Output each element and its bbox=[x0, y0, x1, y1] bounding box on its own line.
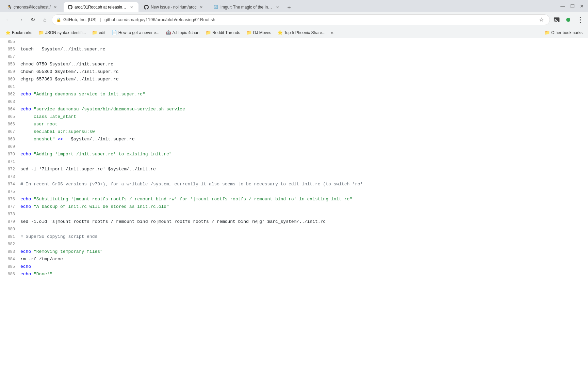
bookmark-other[interactable]: 📁 Other bookmarks bbox=[542, 29, 585, 36]
close-button[interactable]: ✕ bbox=[578, 3, 585, 10]
line-number: 882 bbox=[0, 241, 20, 248]
line-content: touch $system/../init.super.rc bbox=[20, 46, 588, 53]
line-content: # In recent CrOS versions (v70+), for a … bbox=[20, 181, 588, 188]
tab-aroc[interactable]: aroc/01Root.sh at releasing · sm ✕ bbox=[64, 2, 138, 12]
bookmarks-label-text: Bookmarks bbox=[12, 30, 32, 35]
line-number: 877 bbox=[0, 203, 20, 211]
line-number: 870 bbox=[0, 151, 20, 158]
folder-icon-6: 📁 bbox=[246, 30, 252, 35]
line-number: 885 bbox=[0, 263, 20, 271]
table-row: 858chmod 0750 $system/../init.super.rc bbox=[0, 61, 588, 68]
code-token: touch $system/../init.super.rc bbox=[20, 47, 105, 52]
bookmark-ai-4chan[interactable]: 🤖 A.I topic 4chan bbox=[163, 29, 202, 36]
bookmarks-bar: ⭐ Bookmarks 📁 JSON-syntax-identifi... 📁 … bbox=[0, 27, 588, 38]
tab-imgur[interactable]: 🖼 Imgur: The magic of the Internet ✕ bbox=[210, 2, 284, 12]
line-number: 858 bbox=[0, 61, 20, 68]
minimize-button[interactable]: — bbox=[559, 3, 566, 10]
line-content: chmod 0750 $system/../init.super.rc bbox=[20, 61, 588, 68]
table-row: 868 oneshot" >> $system/../init.super.rc bbox=[0, 136, 588, 143]
bookmarks-star-icon: ⭐ bbox=[5, 30, 11, 35]
code-token: "Removing temporary files" bbox=[31, 249, 103, 254]
tab-close-1[interactable]: ✕ bbox=[53, 4, 58, 10]
cast-button[interactable] bbox=[551, 14, 562, 25]
bookmark-label-2: edit bbox=[99, 30, 105, 35]
address-separator: | bbox=[100, 17, 101, 22]
new-tab-button[interactable]: + bbox=[284, 3, 294, 12]
code-token: # SuperSU copying script ends bbox=[20, 234, 97, 239]
table-row: 859chown 655360 $system/../init.super.rc bbox=[0, 68, 588, 76]
tab-chronos[interactable]: 🐧 chronos@localhost:/ ✕ bbox=[3, 2, 62, 12]
bookmark-top5[interactable]: ⭐ Top 5 Phoenix Share... bbox=[275, 29, 328, 36]
line-content bbox=[20, 211, 588, 218]
table-row: 864echo "service daemonsu /system/bin/da… bbox=[0, 106, 588, 113]
line-number: 878 bbox=[0, 211, 20, 218]
bookmark-reddit[interactable]: 📁 Reddit Threads bbox=[203, 29, 243, 36]
line-number: 874 bbox=[0, 181, 20, 188]
reload-button[interactable]: ↻ bbox=[27, 14, 38, 25]
tab-close-2[interactable]: ✕ bbox=[129, 4, 134, 10]
table-row: 885echo bbox=[0, 263, 588, 271]
line-content: chown 655360 $system/../init.super.rc bbox=[20, 68, 588, 76]
menu-button[interactable]: ⋮ bbox=[574, 14, 585, 25]
code-token: echo bbox=[20, 204, 31, 209]
address-bar[interactable]: 🔒 GitHub, Inc. [US] | github.com/smartgu… bbox=[52, 14, 550, 25]
line-number: 855 bbox=[0, 38, 20, 46]
window-controls: — ❐ ✕ bbox=[559, 3, 585, 10]
code-token: # In recent CrOS versions (v70+), for a … bbox=[20, 182, 363, 187]
line-content bbox=[20, 241, 588, 248]
line-number: 856 bbox=[0, 46, 20, 53]
code-token: "service daemonsu /system/bin/daemonsu-s… bbox=[31, 107, 185, 112]
tab-close-4[interactable]: ✕ bbox=[275, 4, 280, 10]
back-button[interactable]: ← bbox=[3, 14, 14, 25]
code-token: "A backup of init.rc will be stored as i… bbox=[31, 204, 169, 209]
line-content: chgrp 657360 $system/../init.super.rc bbox=[20, 76, 588, 83]
table-row: 863 bbox=[0, 98, 588, 106]
table-row: 867 seclabel u:r:supersu:s0 bbox=[0, 128, 588, 136]
lock-icon: 🔒 bbox=[56, 17, 61, 22]
bookmark-how-to[interactable]: 📄 How to get a never e... bbox=[109, 29, 162, 36]
profile-dot bbox=[566, 18, 570, 22]
code-token: chown 655360 $system/../init.super.rc bbox=[20, 69, 119, 74]
line-number: 873 bbox=[0, 173, 20, 181]
bookmark-star-button[interactable]: ☆ bbox=[537, 16, 545, 24]
tab-new-issue[interactable]: New Issue · nolirium/aroc ✕ bbox=[140, 2, 208, 12]
bookmark-edit[interactable]: 📁 edit bbox=[89, 29, 108, 36]
line-number: 859 bbox=[0, 68, 20, 76]
code-token: chgrp 657360 $system/../init.super.rc bbox=[20, 77, 119, 82]
tab-title-4: Imgur: The magic of the Internet bbox=[220, 5, 273, 10]
bookmark-json-syntax[interactable]: 📁 JSON-syntax-identifi... bbox=[36, 29, 88, 36]
table-row: 883echo "Removing temporary files" bbox=[0, 248, 588, 256]
line-number: 881 bbox=[0, 233, 20, 241]
line-number: 872 bbox=[0, 166, 20, 173]
line-content: echo bbox=[20, 263, 588, 271]
bookmarks-label[interactable]: ⭐ Bookmarks bbox=[3, 29, 35, 36]
line-number: 879 bbox=[0, 218, 20, 226]
tab-title-2: aroc/01Root.sh at releasing · sm bbox=[75, 5, 127, 10]
bookmarks-overflow-button[interactable]: » bbox=[329, 29, 336, 36]
forward-button[interactable]: → bbox=[15, 14, 26, 25]
code-token: >> bbox=[55, 137, 63, 142]
table-row: 865 class late_start bbox=[0, 113, 588, 121]
bookmark-label-1: JSON-syntax-identifi... bbox=[45, 30, 86, 35]
home-button[interactable]: ⌂ bbox=[39, 14, 50, 25]
code-token: echo bbox=[20, 107, 31, 112]
line-number: 862 bbox=[0, 91, 20, 98]
table-row: 870echo "Adding 'import /init.super.rc' … bbox=[0, 151, 588, 158]
page-icon-4: 🤖 bbox=[166, 30, 171, 35]
line-number: 865 bbox=[0, 113, 20, 121]
tab-title-1: chronos@localhost:/ bbox=[14, 5, 51, 10]
line-content: seclabel u:r:supersu:s0 bbox=[20, 128, 588, 136]
line-number: 884 bbox=[0, 256, 20, 263]
table-row: 886echo "Done!" bbox=[0, 271, 588, 278]
table-row: 877echo "A backup of init.rc will be sto… bbox=[0, 203, 588, 211]
tab-close-3[interactable]: ✕ bbox=[199, 4, 204, 10]
bookmark-label-4: A.I topic 4chan bbox=[173, 30, 199, 35]
code-token: echo bbox=[20, 249, 31, 254]
table-row: 874# In recent CrOS versions (v70+), for… bbox=[0, 181, 588, 188]
bookmark-dj-moves[interactable]: 📁 DJ Moves bbox=[244, 29, 274, 36]
table-row: 882 bbox=[0, 241, 588, 248]
tabs-container: 🐧 chronos@localhost:/ ✕ aroc/01Root.sh a… bbox=[3, 0, 559, 12]
profile-button[interactable] bbox=[563, 14, 574, 25]
table-row: 866 user root bbox=[0, 121, 588, 128]
maximize-button[interactable]: ❐ bbox=[569, 3, 576, 10]
